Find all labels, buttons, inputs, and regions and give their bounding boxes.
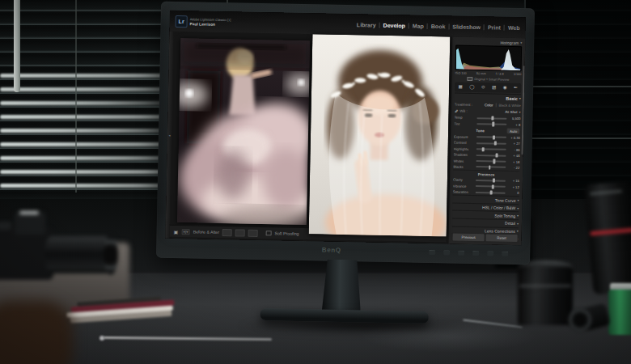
module-library[interactable]: Library: [357, 22, 376, 28]
slider-track[interactable]: [476, 185, 506, 188]
slider-track[interactable]: [476, 180, 506, 182]
monitor-stand: [322, 259, 362, 311]
copy-after-settings-button[interactable]: [235, 229, 245, 236]
crop-tool-icon[interactable]: ▦: [458, 85, 462, 90]
graduated-filter-tool-icon[interactable]: ▤: [492, 86, 496, 91]
lightroom-logo: Lr: [176, 15, 188, 27]
osd-button-5: [487, 251, 493, 256]
exif-focal: 50 mm: [476, 71, 486, 75]
benq-logo: BenQ: [322, 246, 341, 253]
dslr-camera: [0, 207, 125, 286]
osd-button-4: [472, 251, 479, 256]
exif-iso: ISO 100: [455, 71, 466, 75]
slider-track[interactable]: [476, 123, 506, 125]
slider-thumb[interactable]: [492, 184, 494, 188]
adjustment-brush-tool-icon[interactable]: ✏: [514, 86, 518, 91]
module-book[interactable]: Book: [431, 23, 446, 29]
red-eye-tool-icon[interactable]: ⊙: [481, 85, 485, 90]
camera-dial: [0, 222, 11, 230]
radial-filter-tool-icon[interactable]: ◉: [503, 86, 507, 91]
copy-before-settings-button[interactable]: [222, 229, 232, 236]
photo-pink-gown[interactable]: [177, 38, 310, 225]
module-separator: [409, 23, 409, 28]
slider-thumb[interactable]: [493, 159, 495, 163]
module-separator: [504, 24, 505, 30]
osd-button-1: [429, 250, 435, 255]
module-separator: [427, 23, 428, 28]
identity-plate: Lr Adobe Lightroom Classic CC Paul Lavri…: [176, 15, 232, 28]
module-develop[interactable]: Develop: [383, 22, 405, 28]
monitor-base: [260, 308, 429, 324]
divider: [495, 103, 496, 107]
chevron-down-icon: ▾: [519, 96, 521, 100]
module-separator: [379, 22, 380, 28]
photo-bride-veil[interactable]: [309, 34, 451, 236]
dark-blinds-right: [524, 0, 631, 212]
light-gap: [526, 138, 631, 139]
chevron-down-icon: ▾: [519, 110, 521, 114]
smart-preview-icon: [467, 77, 472, 82]
slider-track[interactable]: [476, 142, 506, 145]
soft-proofing-checkbox[interactable]: [266, 231, 272, 236]
slider-track[interactable]: [476, 148, 506, 150]
wb-preset-select[interactable]: As Shot: [505, 110, 517, 114]
camera-highlight: [19, 211, 39, 214]
module-web[interactable]: Web: [508, 24, 520, 30]
slider-track[interactable]: [476, 167, 506, 169]
module-separator: [484, 24, 485, 30]
monitor-screen: Lr Adobe Lightroom Classic CC Paul Lavri…: [166, 11, 526, 245]
spot-removal-tool-icon[interactable]: ◯: [469, 85, 474, 90]
auto-tone-button[interactable]: Auto: [506, 128, 520, 134]
slider-thumb[interactable]: [491, 116, 493, 121]
module-separator: [448, 23, 449, 29]
swap-settings-button[interactable]: [248, 229, 258, 236]
module-map[interactable]: Map: [413, 23, 424, 28]
chevron-down-icon: ▾: [520, 40, 522, 44]
osd-button-3: [458, 251, 464, 256]
slider-track[interactable]: [476, 160, 506, 163]
blind-cord: [14, 0, 20, 92]
loupe-view-icon[interactable]: ▣: [174, 228, 179, 234]
slider-thumb[interactable]: [493, 179, 495, 183]
before-after-label: Before & After: [193, 229, 219, 235]
exif-aperture: f / 2.8: [496, 72, 504, 76]
histogram-graph[interactable]: [455, 45, 523, 72]
chevron-down-icon: ▾: [517, 222, 519, 226]
slider-track[interactable]: [476, 117, 506, 120]
osd-buttons: [429, 250, 508, 256]
slider-thumb[interactable]: [489, 165, 491, 169]
previous-button[interactable]: Previous: [451, 233, 485, 243]
slider-thumb[interactable]: [494, 142, 497, 146]
module-print[interactable]: Print: [488, 24, 501, 30]
treatment-bw-button[interactable]: Black & White: [498, 103, 520, 108]
osd-button-6: [502, 252, 508, 256]
chevron-down-icon: ▾: [517, 230, 519, 234]
eyedropper-icon[interactable]: ✎: [454, 109, 459, 113]
battery-body: [608, 290, 631, 335]
slider-thumb[interactable]: [482, 147, 485, 151]
identity-line2: Paul Lavrison: [190, 22, 231, 27]
module-picker: Library Develop Map Book Slideshow Print…: [357, 22, 520, 31]
foreground-object: [0, 301, 73, 364]
slider-thumb[interactable]: [492, 122, 494, 126]
lightroom-main: ◂: [166, 32, 526, 245]
camera-lens-front: [104, 235, 118, 275]
identity-line1: Adobe Lightroom Classic CC: [190, 17, 231, 22]
treatment-color-button[interactable]: Color: [485, 103, 493, 107]
tool-strip: ▦ ◯ ⊙ ▤ ◉ ✏: [455, 83, 521, 94]
panel-footer: Previous Reset: [451, 233, 518, 243]
slider-thumb[interactable]: [496, 154, 498, 158]
slider-track[interactable]: [476, 192, 506, 194]
slider-track[interactable]: [476, 137, 506, 139]
develop-panel: Histogram ▾ ISO: [447, 36, 525, 245]
studio-scene: Lr Adobe Lightroom Classic CC Paul Lavri…: [0, 0, 631, 364]
reset-button[interactable]: Reset: [485, 233, 518, 243]
before-after-view-icon[interactable]: Y|Y: [181, 229, 190, 235]
chevron-left-icon: ◂: [168, 133, 170, 137]
slider-track[interactable]: [476, 154, 506, 157]
slider-thumb[interactable]: [490, 190, 493, 194]
chevron-down-icon: ▾: [517, 206, 519, 210]
chevron-down-icon: ▾: [517, 198, 519, 202]
slider-thumb[interactable]: [493, 135, 495, 139]
module-slideshow[interactable]: Slideshow: [452, 23, 481, 30]
